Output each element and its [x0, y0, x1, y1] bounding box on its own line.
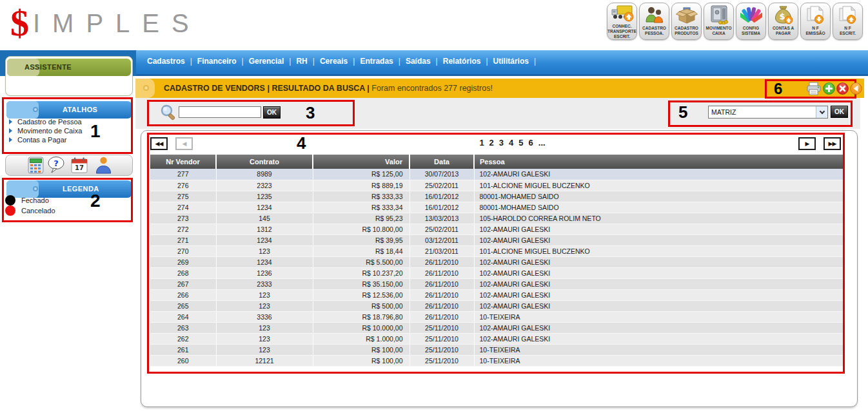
search-input[interactable] [179, 106, 261, 118]
user-icon[interactable] [95, 156, 112, 177]
page-number-more[interactable]: ... [538, 138, 546, 148]
table-row[interactable]: 2681236R$ 10.237,2026/11/2010102-AMAURI … [150, 267, 845, 278]
table-cell: 261 [150, 344, 216, 355]
table-cell: 1235 [216, 191, 313, 202]
toolbar-button-conhec-transporte-escrit[interactable]: CONHEC. TRANSPORTE ESCRIT. [607, 3, 637, 40]
toolbar-button-label: N F EMISSÃO [806, 26, 825, 36]
toolbar-button-cadastro-pessoa[interactable]: CADASTRO PESSOA. [639, 3, 669, 40]
sidebar-item-contas-a-pagar[interactable]: Contas a Pagar [9, 136, 66, 144]
menu-item-gerencial[interactable]: Gerencial [249, 57, 284, 66]
arrow-right-icon [9, 128, 12, 133]
table-row[interactable]: 273145R$ 95,2313/03/2013105-HAROLDO CORR… [150, 213, 845, 224]
table-row[interactable]: 265123R$ 500,0026/11/2010102-AMAURI GALE… [150, 300, 845, 311]
branch-ok-button[interactable]: OK [831, 106, 848, 118]
table-row[interactable]: 2778989R$ 125,0030/07/2013102-AMAURI GAL… [150, 169, 845, 180]
atalhos-header: ATALHOS [6, 101, 132, 119]
table-cell: 1234 [216, 256, 313, 267]
column-header-data[interactable]: Data [409, 155, 474, 169]
table-cell: 260 [150, 355, 216, 366]
toolbar-button-config-sistema[interactable]: CONFIG SISTEMA [736, 3, 766, 40]
menu-separator: | [289, 57, 291, 66]
arrow-right-icon [9, 119, 12, 124]
table-row[interactable]: 266123R$ 12.536,0026/11/2010102-AMAURI G… [150, 289, 845, 300]
page-number-4[interactable]: 4 [509, 138, 513, 148]
table-cell: R$ 500,00 [313, 300, 409, 311]
toolbar-button-contas-a-pagar[interactable]: $CONTAS A PAGAR [768, 3, 798, 40]
add-icon[interactable] [823, 82, 835, 95]
toolbar-button-movimento-caixa[interactable]: MOVIMENTO CAIXA [704, 3, 734, 40]
menu-item-cadastros[interactable]: Cadastros [147, 57, 185, 66]
table-row[interactable]: 2751235R$ 333,3316/01/201280001-MOHAMED … [150, 191, 845, 202]
menu-separator: | [486, 57, 488, 66]
sidebar-item-cadastro-de-pessoa[interactable]: Cadastro de Pessoa [9, 118, 82, 126]
branch-select[interactable]: MATRIZ [708, 106, 828, 119]
table-row[interactable]: 2741234R$ 333,3416/01/201280001-MOHAMED … [150, 202, 845, 213]
table-row[interactable]: 26012121R$ 100,0025/11/201010-TEIXEIRA [150, 355, 845, 366]
page-number-5[interactable]: 5 [518, 138, 523, 148]
svg-text:17: 17 [75, 164, 84, 171]
table-cell: 80001-MOHAMED SAIDO [474, 191, 845, 202]
calculator-icon[interactable] [28, 157, 44, 177]
column-header-nr-vendor[interactable]: Nr Vendor [150, 155, 216, 169]
column-header-pessoa[interactable]: Pessoa [474, 155, 845, 169]
table-row[interactable]: 2691234R$ 5.500,0026/11/2010102-AMAURI G… [150, 256, 845, 267]
page-number-6[interactable]: 6 [529, 138, 533, 148]
table-row[interactable]: 270123R$ 18,4421/03/2011101-ALCIONE MIGU… [150, 245, 845, 256]
table-row[interactable]: 2672333R$ 35.150,0026/11/2010102-AMAURI … [150, 278, 845, 289]
table-cell: R$ 10.237,20 [313, 267, 409, 278]
table-cell: 21/03/2011 [409, 245, 474, 256]
table-cell: 264 [150, 311, 216, 322]
toolbar-button-n-f-escrit[interactable]: N F ESCRIT. [833, 3, 863, 40]
table-row[interactable]: 262123R$ 1.000,0025/11/2010102-AMAURI GA… [150, 333, 845, 344]
delete-icon[interactable] [836, 82, 849, 95]
table-row[interactable]: 263123R$ 10.000,0025/11/2010102-AMAURI G… [150, 322, 845, 333]
page-number-2[interactable]: 2 [489, 138, 494, 148]
table-row[interactable]: 261123R$ 100,0025/11/201010-TEIXEIRA [150, 344, 845, 355]
menu-item-financeiro[interactable]: Financeiro [197, 57, 237, 66]
help-icon[interactable]: ? [47, 156, 65, 177]
toolbar-button-label: MOVIMENTO CAIXA [706, 26, 732, 36]
toolbar-button-label: CADASTRO PRODUTOS [675, 26, 698, 36]
toolbar-button-label: CADASTRO PESSOA. [642, 26, 666, 36]
search-icon[interactable] [160, 104, 177, 124]
table-row[interactable]: 2762323R$ 889,1925/02/2011101-ALCIONE MI… [150, 180, 845, 191]
sidebar-item-label: Movimento de Caixa [17, 127, 82, 135]
menu-separator: | [190, 57, 192, 66]
title-bar: CADASTRO DE VENDORS | RESULTADO DA BUSCA… [135, 79, 864, 98]
page-numbers: 123456... [165, 138, 860, 148]
chevron-down-icon[interactable] [816, 106, 827, 118]
menu-separator: | [436, 57, 438, 66]
table-cell: 1236 [216, 267, 313, 278]
menu-item-cereais[interactable]: Cereais [320, 57, 348, 66]
menu-separator: | [313, 57, 315, 66]
legend-item-fechado: Fechado [5, 195, 49, 206]
menu-item-rh[interactable]: RH [296, 57, 307, 66]
app-logo: $ IMPLES [10, 4, 201, 43]
search-ok-button[interactable]: OK [263, 106, 281, 119]
last-page-button[interactable]: ▶▶ [824, 137, 841, 150]
column-header-contrato[interactable]: Contrato [216, 155, 313, 169]
table-cell: 102-AMAURI GALESKI [474, 278, 845, 289]
page-number-1[interactable]: 1 [479, 138, 484, 148]
back-icon[interactable] [850, 82, 862, 95]
table-cell: 270 [150, 245, 216, 256]
menu-item-sa-das[interactable]: Saídas [406, 57, 431, 66]
menu-item-relat-rios[interactable]: Relatórios [443, 57, 481, 66]
table-row[interactable]: 2711234R$ 39,9503/12/2011102-AMAURI GALE… [150, 234, 845, 245]
menu-item-entradas[interactable]: Entradas [360, 57, 393, 66]
menu-item-utilit-rios[interactable]: Utilitários [493, 57, 529, 66]
next-page-button[interactable]: ▶ [798, 137, 816, 150]
page-number-3[interactable]: 3 [499, 138, 504, 148]
table-row[interactable]: 2721312R$ 10.800,0025/02/2011102-AMAURI … [150, 224, 845, 234]
column-header-valor[interactable]: Valor [313, 155, 409, 169]
toolbar-button-n-f-emiss-o[interactable]: N F EMISSÃO [800, 3, 831, 40]
toolbar-button-cadastro-produtos[interactable]: CADASTRO PRODUTOS [671, 3, 702, 40]
printer-icon[interactable] [806, 82, 822, 95]
moneybag-icon: $ [773, 5, 793, 25]
calendar-icon[interactable]: 17 [71, 157, 88, 176]
table-cell: 123 [216, 300, 313, 311]
table-cell: 102-AMAURI GALESKI [474, 169, 845, 180]
table-row[interactable]: 2643336R$ 18.796,8026/11/201010-TEIXEIRA [150, 311, 845, 322]
sidebar-item-movimento-de-caixa[interactable]: Movimento de Caixa [9, 127, 82, 135]
legend-label: Fechado [21, 196, 49, 204]
